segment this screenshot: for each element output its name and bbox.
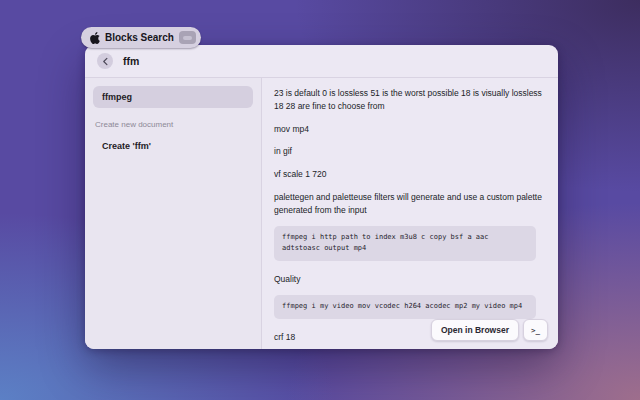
results-sidebar: ffmpeg Create new document Create 'ffm' <box>85 78 262 349</box>
footer-actions: Open in Browser >_ <box>431 319 548 341</box>
create-ffm-item[interactable]: Create 'ffm' <box>93 141 253 151</box>
back-button[interactable] <box>97 53 113 69</box>
detail-paragraph: 23 is default 0 is lossless 51 is the wo… <box>274 87 546 113</box>
app-tab-label: Blocks Search <box>105 32 174 43</box>
chevron-left-icon <box>102 57 109 66</box>
terminal-prompt-icon[interactable]: >_ <box>523 319 548 341</box>
result-detail-panel[interactable]: 23 is default 0 is lossless 51 is the wo… <box>262 78 558 349</box>
open-in-browser-button[interactable]: Open in Browser <box>431 319 519 341</box>
search-header: ffm <box>85 45 558 78</box>
section-label-create-new-document: Create new document <box>93 120 253 129</box>
apple-icon <box>90 32 100 44</box>
detail-paragraph: Quality <box>274 273 546 286</box>
window-body: ffmpeg Create new document Create 'ffm' … <box>85 78 558 349</box>
camera-icon[interactable] <box>179 31 196 44</box>
result-item-ffmpeg[interactable]: ffmpeg <box>93 86 253 108</box>
detail-paragraph: in gif <box>274 145 546 158</box>
detail-paragraph: vf scale 1 720 <box>274 168 546 181</box>
blocks-search-window: ffm ffmpeg Create new document Create 'f… <box>85 45 558 349</box>
code-block: ffmpeg i my video mov vcodec h264 acodec… <box>274 295 536 318</box>
app-tab-pill[interactable]: Blocks Search <box>81 27 201 48</box>
detail-paragraph: mov mp4 <box>274 123 546 136</box>
search-input[interactable]: ffm <box>123 55 139 67</box>
code-block: ffmpeg i http path to index m3u8 c copy … <box>274 226 536 260</box>
detail-paragraph: palettegen and paletteuse filters will g… <box>274 191 546 217</box>
